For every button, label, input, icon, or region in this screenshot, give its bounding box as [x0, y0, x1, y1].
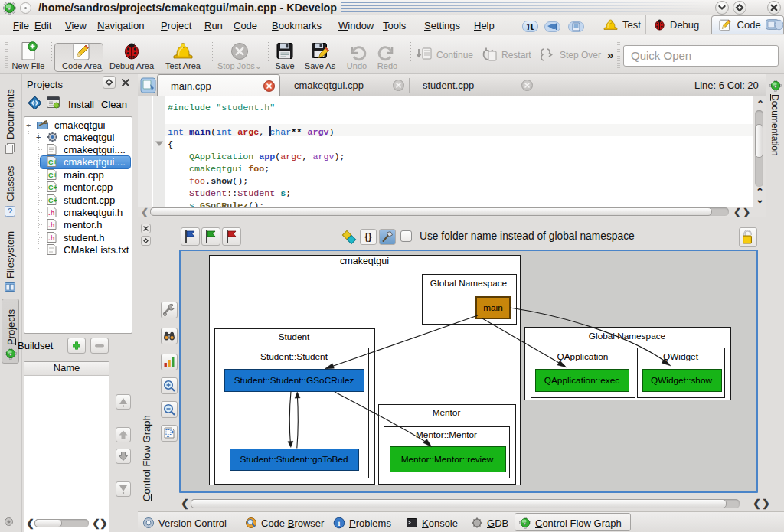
svg-text:QApplication: QApplication [557, 351, 609, 362]
svg-text:Global Namespace: Global Namespace [589, 331, 666, 341]
svg-text:QWidget: QWidget [663, 351, 699, 362]
svg-text:main: main [483, 302, 503, 313]
svg-text:.h: .h [48, 208, 55, 217]
svg-text:.h: .h [48, 220, 55, 229]
svg-text:Student::Student::goToBed: Student::Student::goToBed [240, 454, 348, 465]
svg-text:?: ? [8, 207, 12, 216]
svg-text:.h: .h [48, 233, 55, 242]
svg-text:Mentor: Mentor [433, 407, 461, 418]
svg-text:cmakeqtgui: cmakeqtgui [340, 256, 389, 266]
svg-text:Mentor::Mentor: Mentor::Mentor [416, 429, 477, 440]
svg-text:QWidget::show: QWidget::show [651, 375, 712, 386]
svg-text:Student::Student: Student::Student [260, 351, 328, 362]
svg-text:Student::Student::GSoCRulez: Student::Student::GSoCRulez [234, 375, 354, 386]
svg-text:i: i [338, 519, 341, 527]
svg-text:Student: Student [279, 331, 310, 342]
svg-text:Global Namespace: Global Namespace [430, 278, 508, 289]
svg-text:Mentor::Mentor::review: Mentor::Mentor::review [401, 454, 494, 465]
svg-text:QApplication::exec: QApplication::exec [544, 375, 619, 386]
